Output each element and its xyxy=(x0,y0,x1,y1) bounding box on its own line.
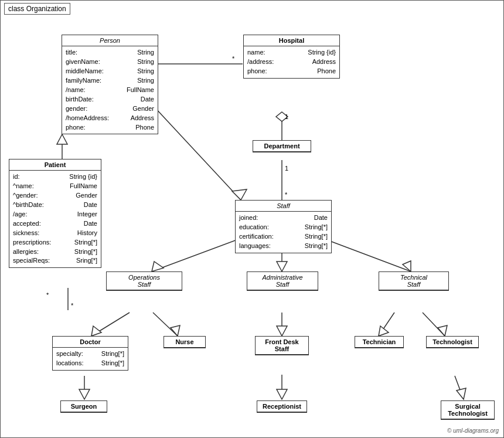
hospital-header: Hospital xyxy=(244,35,339,46)
department-header: Department xyxy=(253,141,311,152)
receptionist-header: Receptionist xyxy=(257,401,307,412)
svg-line-28 xyxy=(423,313,445,336)
svg-marker-3 xyxy=(276,112,288,121)
svg-marker-29 xyxy=(438,325,447,336)
hospital-class: Hospital name:String {id} /address:Addre… xyxy=(243,35,340,79)
svg-line-22 xyxy=(153,313,178,336)
administrative-staff-class: AdministrativeStaff xyxy=(247,271,318,291)
surgical-technologist-header: SurgicalTechnologist xyxy=(441,401,494,419)
svg-text:*: * xyxy=(46,291,49,298)
receptionist-class: Receptionist xyxy=(257,400,307,413)
svg-line-20 xyxy=(91,313,130,336)
surgeon-header: Surgeon xyxy=(61,401,107,412)
department-class: Department xyxy=(253,140,311,152)
doctor-body: specialty:String[*] locations:String[*] xyxy=(53,348,128,370)
nurse-header: Nurse xyxy=(164,337,205,348)
front-desk-staff-class: Front DeskStaff xyxy=(255,336,309,355)
svg-marker-15 xyxy=(152,262,164,271)
svg-marker-23 xyxy=(171,325,180,336)
svg-marker-35 xyxy=(457,388,466,399)
svg-marker-19 xyxy=(403,261,411,271)
patient-body: id:String {id} ^name:FullName ^gender:Ge… xyxy=(9,171,101,267)
technologist-class: Technologist xyxy=(426,336,479,348)
svg-marker-25 xyxy=(277,326,287,336)
svg-line-34 xyxy=(455,376,464,399)
technician-header: Technician xyxy=(355,337,403,348)
svg-text:1: 1 xyxy=(285,165,288,172)
hospital-body: name:String {id} /address:Address phone:… xyxy=(244,46,339,78)
svg-marker-11 xyxy=(57,134,67,144)
technical-staff-header: TechnicalStaff xyxy=(379,272,448,290)
surgeon-class: Surgeon xyxy=(60,400,107,413)
staff-header: Staff xyxy=(236,201,331,212)
technical-staff-class: TechnicalStaff xyxy=(379,271,449,291)
front-desk-staff-header: Front DeskStaff xyxy=(256,337,308,355)
technician-class: Technician xyxy=(355,336,404,348)
svg-marker-13 xyxy=(232,189,247,200)
svg-marker-31 xyxy=(79,389,90,399)
svg-line-26 xyxy=(379,313,394,336)
svg-marker-17 xyxy=(277,262,287,271)
diagram-container: class Organization * * 1 * 1 * xyxy=(0,0,504,438)
patient-class: Patient id:String {id} ^name:FullName ^g… xyxy=(9,159,101,268)
person-body: title:String givenName:String middleName… xyxy=(62,46,158,134)
copyright: © uml-diagrams.org xyxy=(447,427,499,434)
staff-class: Staff joined:Date education:String[*] ce… xyxy=(235,200,332,253)
svg-text:*: * xyxy=(285,191,288,198)
svg-marker-21 xyxy=(91,326,101,336)
svg-text:*: * xyxy=(232,55,235,62)
staff-body: joined:Date education:String[*] certific… xyxy=(236,212,331,253)
svg-text:*: * xyxy=(71,302,74,309)
diagram-title: class Organization xyxy=(4,3,70,15)
doctor-header: Doctor xyxy=(53,337,128,348)
svg-text:1: 1 xyxy=(285,113,288,120)
person-header: Person xyxy=(62,35,158,46)
person-class: Person title:String givenName:String mid… xyxy=(62,35,158,134)
patient-header: Patient xyxy=(9,159,101,171)
administrative-staff-header: AdministrativeStaff xyxy=(247,272,318,290)
technologist-header: Technologist xyxy=(427,337,478,348)
svg-marker-27 xyxy=(379,326,389,336)
surgical-technologist-class: SurgicalTechnologist xyxy=(441,400,495,420)
operations-staff-header: OperationsStaff xyxy=(107,272,182,290)
doctor-class: Doctor specialty:String[*] locations:Str… xyxy=(52,336,128,371)
operations-staff-class: OperationsStaff xyxy=(106,271,182,291)
svg-marker-33 xyxy=(277,389,287,399)
nurse-class: Nurse xyxy=(164,336,206,348)
